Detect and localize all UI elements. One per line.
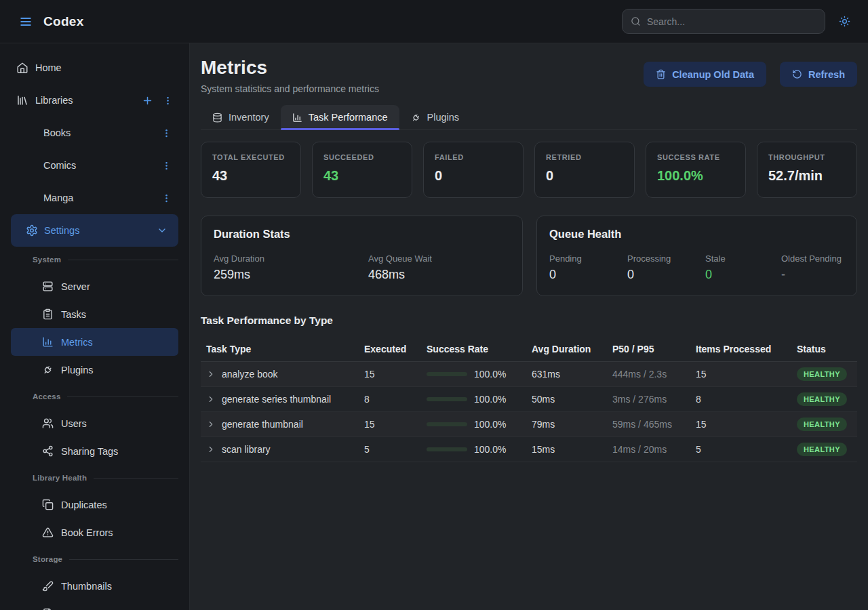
avg-duration-value: 50ms — [532, 394, 612, 405]
library-icon — [16, 94, 28, 106]
avg-duration-value: 79ms — [532, 419, 612, 430]
sidebar-item-label: Server — [61, 281, 90, 292]
sidebar-item-page-cache[interactable]: Page Cache — [0, 600, 189, 610]
tab-plugins[interactable]: Plugins — [399, 105, 471, 129]
section-label-library-health: Library Health — [0, 465, 189, 491]
table-header-row: Task Type Executed Success Rate Avg Dura… — [201, 337, 857, 362]
search-box[interactable] — [622, 9, 825, 34]
sidebar-item-label: Libraries — [35, 95, 73, 106]
success-rate-bar — [427, 372, 467, 376]
metric-avg-duration: Avg Duration 259ms — [214, 253, 368, 282]
gear-icon — [26, 224, 38, 237]
cleanup-old-data-button[interactable]: Cleanup Old Data — [644, 62, 766, 87]
panel-title: Duration Stats — [214, 228, 510, 241]
sidebar: Home Libraries Books Comics — [0, 43, 190, 610]
stat-cards: TOTAL EXECUTED 43 SUCCEEDED 43 FAILED 0 … — [201, 142, 857, 198]
duration-stats-panel: Duration Stats Avg Duration 259ms Avg Qu… — [201, 216, 523, 296]
task-type: scan library — [222, 444, 271, 455]
sidebar-item-plugins[interactable]: Plugins — [0, 356, 189, 384]
items-processed-value: 5 — [696, 444, 797, 455]
bar-chart-icon — [42, 336, 54, 348]
sidebar-item-book-errors[interactable]: Book Errors — [0, 518, 189, 546]
column-header: Items Processed — [696, 344, 797, 354]
sidebar-item-label: Metrics — [61, 337, 93, 348]
section-label-system: System — [0, 247, 189, 272]
search-input[interactable] — [647, 16, 816, 27]
theme-toggle-sun-icon[interactable] — [837, 14, 852, 28]
sidebar-item-label: Duplicates — [61, 500, 107, 510]
stat-value: 43 — [323, 168, 401, 184]
chevron-right-icon[interactable] — [206, 394, 216, 404]
manga-menu-icon[interactable] — [161, 193, 172, 203]
menu-icon[interactable] — [16, 12, 35, 31]
sidebar-item-libraries[interactable]: Libraries — [0, 84, 189, 117]
plug-icon — [411, 113, 421, 123]
success-rate-bar — [427, 447, 467, 451]
sidebar-item-thumbnails[interactable]: Thumbnails — [0, 572, 189, 600]
sidebar-item-label: Sharing Tags — [61, 446, 118, 457]
chevron-right-icon[interactable] — [206, 445, 216, 454]
tab-task-performance[interactable]: Task Performance — [281, 105, 399, 129]
comics-menu-icon[interactable] — [161, 161, 172, 171]
stat-card-total-executed: TOTAL EXECUTED 43 — [201, 142, 301, 198]
sidebar-item-manga[interactable]: Manga — [0, 182, 189, 214]
stat-value: 0 — [435, 168, 512, 184]
library-item-label: Manga — [43, 192, 73, 203]
success-rate-value: 100.0% — [474, 444, 506, 455]
column-header: P50 / P95 — [612, 344, 696, 354]
books-menu-icon[interactable] — [161, 128, 172, 138]
chevron-down-icon — [157, 225, 167, 236]
p50-p95-value: 14ms / 20ms — [612, 444, 696, 455]
tab-inventory[interactable]: Inventory — [201, 105, 281, 129]
panel-title: Queue Health — [549, 228, 844, 241]
sidebar-item-duplicates[interactable]: Duplicates — [0, 491, 189, 518]
p50-p95-value: 59ms / 465ms — [612, 419, 696, 430]
success-rate-value: 100.0% — [474, 419, 506, 430]
table-row[interactable]: generate thumbnail 15 100.0% 79ms 59ms /… — [201, 412, 857, 437]
column-header: Executed — [364, 344, 427, 354]
refresh-button[interactable]: Refresh — [780, 62, 857, 87]
chevron-right-icon[interactable] — [206, 420, 216, 429]
column-header: Success Rate — [427, 344, 532, 354]
library-item-label: Books — [43, 127, 71, 138]
sidebar-item-label: Settings — [44, 225, 79, 236]
sidebar-item-metrics[interactable]: Metrics — [11, 328, 178, 356]
task-type: analyze book — [222, 369, 278, 380]
sidebar-item-sharing-tags[interactable]: Sharing Tags — [0, 437, 189, 465]
divider — [94, 478, 178, 479]
column-header: Task Type — [201, 344, 364, 354]
items-processed-value: 15 — [696, 419, 797, 430]
stat-value: 0 — [546, 168, 623, 184]
tab-bar: Inventory Task Performance Plugins — [201, 105, 857, 130]
avg-duration-value: 631ms — [532, 369, 612, 380]
status-badge: HEALTHY — [797, 418, 847, 431]
success-rate-bar — [427, 397, 467, 401]
sidebar-item-tasks[interactable]: Tasks — [0, 300, 189, 328]
success-rate-value: 100.0% — [474, 369, 506, 380]
page-subtitle: System statistics and performance metric… — [201, 83, 379, 94]
task-table-title: Task Performance by Type — [201, 314, 857, 327]
stat-card-succeeded: SUCCEEDED 43 — [312, 142, 412, 198]
chevron-right-icon[interactable] — [206, 369, 216, 379]
stat-card-throughput: THROUGHPUT 52.7/min — [757, 142, 857, 198]
sidebar-item-users[interactable]: Users — [0, 409, 189, 437]
table-row[interactable]: analyze book 15 100.0% 631ms 444ms / 2.3… — [201, 362, 857, 387]
add-library-icon[interactable] — [142, 95, 153, 106]
refresh-icon — [792, 69, 802, 79]
sidebar-item-settings[interactable]: Settings — [11, 214, 178, 247]
divider — [68, 260, 178, 260]
sidebar-item-home[interactable]: Home — [0, 52, 189, 84]
column-header: Status — [797, 344, 857, 354]
table-row[interactable]: scan library 5 100.0% 15ms 14ms / 20ms 5… — [201, 437, 857, 462]
libraries-menu-icon[interactable] — [163, 96, 173, 106]
sidebar-item-server[interactable]: Server — [0, 272, 189, 300]
sidebar-item-comics[interactable]: Comics — [0, 149, 189, 182]
metric-processing: Processing 0 — [627, 253, 705, 282]
column-header: Avg Duration — [532, 344, 612, 354]
table-row[interactable]: generate series thumbnail 8 100.0% 50ms … — [201, 387, 857, 412]
section-label-access: Access — [0, 384, 189, 409]
library-item-label: Comics — [43, 160, 76, 171]
executed-value: 8 — [364, 394, 427, 405]
sidebar-item-books[interactable]: Books — [0, 117, 189, 149]
main-content: Metrics System statistics and performanc… — [190, 43, 868, 610]
